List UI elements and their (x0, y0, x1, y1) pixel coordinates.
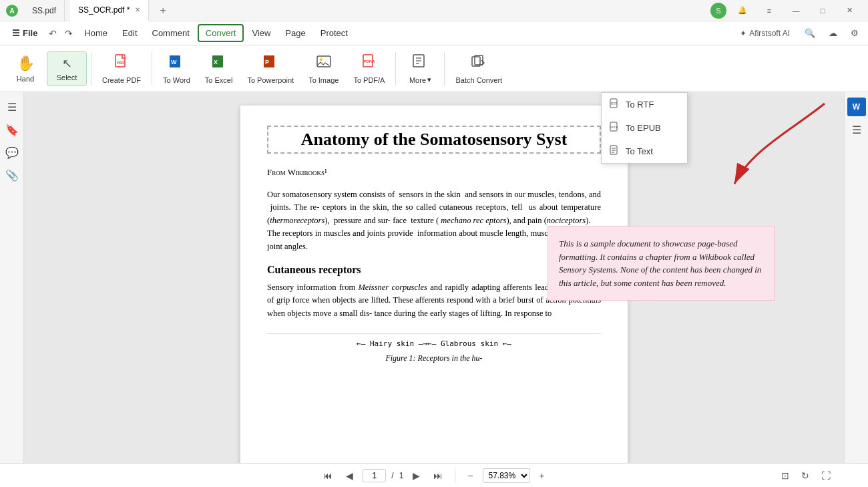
more-dropdown-arrow: ▾ (427, 75, 431, 84)
undo-redo-group: ↶ ↷ (45, 26, 76, 41)
undo-button[interactable]: ↶ (45, 26, 60, 41)
bottom-bar: ⏮ ◀ / 1 ▶ ⏭ − 57.83% 50% 75% 100% 125% 1… (0, 463, 868, 487)
to-pdf-a-icon: PDF/A (361, 53, 377, 73)
select-icon: ↖ (62, 56, 72, 71)
redo-button[interactable]: ↷ (61, 26, 76, 41)
zoom-out-button[interactable]: − (463, 468, 477, 484)
fit-page-button[interactable]: ⊡ (777, 468, 793, 484)
zoom-select[interactable]: 57.83% 50% 75% 100% 125% 150% (483, 468, 530, 483)
svg-text:A: A (9, 7, 14, 15)
menu-icon[interactable]: ≡ (758, 3, 780, 18)
notification-icon[interactable]: 🔔 (732, 3, 753, 18)
text-icon (610, 145, 620, 158)
svg-text:P: P (265, 59, 269, 65)
right-sidebar-panel-icon[interactable]: ☰ (847, 120, 866, 139)
to-powerpoint-button[interactable]: P To Powerpoint (240, 49, 300, 88)
create-pdf-icon: PDF (114, 53, 130, 73)
to-pdf-a-button[interactable]: PDF/A To PDF/A (347, 49, 391, 88)
user-avatar: S (710, 3, 726, 19)
to-word-button[interactable]: W To Word (156, 49, 197, 88)
search-button[interactable]: 🔍 (801, 25, 819, 41)
tab-ss-ocr-pdf[interactable]: SS_OCR.pdf * ✕ (70, 0, 149, 21)
batch-convert-icon (471, 53, 487, 73)
bottom-right-controls: ⊡ ↻ ⛶ (777, 468, 835, 484)
select-tool-button[interactable]: ↖ Select (47, 51, 87, 86)
menu-convert[interactable]: Convert (198, 24, 244, 42)
file-menu[interactable]: ☰ File (5, 25, 44, 41)
menu-bar: ☰ File ↶ ↷ Home Edit Comment Convert Vie… (0, 21, 868, 45)
nav-prev-button[interactable]: ◀ (342, 468, 357, 484)
toolbar-separator-3 (395, 52, 396, 86)
svg-text:PDF/A: PDF/A (364, 59, 375, 63)
menu-protect[interactable]: Protect (314, 25, 355, 41)
left-sidebar: ☰ 🔖 💬 📎 (0, 92, 24, 463)
epub-icon: EPUB (610, 122, 620, 134)
toolbar-separator-4 (444, 52, 445, 86)
dropdown-to-text[interactable]: To Text (602, 140, 687, 163)
to-excel-icon: X (211, 53, 227, 73)
more-button[interactable]: More ▾ (400, 49, 440, 88)
pdf-page: Anatomy of the Somatosensory Syst From W… (240, 106, 628, 463)
to-excel-button[interactable]: X To Excel (198, 49, 240, 88)
create-pdf-button[interactable]: PDF Create PDF (95, 49, 148, 88)
svg-point-11 (320, 58, 322, 61)
title-bar-left: A SS.pdf SS_OCR.pdf * ✕ + (5, 0, 710, 21)
nav-next-button[interactable]: ▶ (409, 468, 424, 484)
nav-first-button[interactable]: ⏮ (319, 468, 337, 484)
toolbar-separator-1 (91, 52, 91, 86)
sidebar-thumbnail-icon[interactable]: ☰ (3, 98, 21, 116)
sidebar-bookmark-icon[interactable]: 🔖 (3, 120, 21, 139)
pdf-subtitle: From Wikibooks¹ (267, 167, 601, 178)
settings-icon[interactable]: ⚙ (847, 25, 863, 41)
more-dropdown-menu: RTF To RTF EPUB To EPUB To Text (601, 92, 688, 164)
toolbar-separator-2 (152, 52, 152, 86)
menu-page[interactable]: Page (278, 25, 312, 41)
menu-comment[interactable]: Comment (146, 25, 196, 41)
toolbar: ✋ Hand ↖ Select PDF Create PDF W To Word… (0, 45, 868, 92)
app-logo: A (5, 4, 19, 17)
hand-icon: ✋ (17, 55, 35, 72)
ai-star-icon: ✦ (740, 29, 746, 38)
zoom-in-button[interactable]: + (535, 468, 549, 484)
dropdown-to-rtf[interactable]: RTF To RTF (602, 93, 687, 116)
menu-view[interactable]: View (245, 25, 277, 41)
nav-last-button[interactable]: ⏭ (429, 468, 447, 484)
svg-text:PDF: PDF (117, 61, 125, 65)
hand-tool-button[interactable]: ✋ Hand (5, 51, 45, 87)
maximize-button[interactable]: □ (812, 3, 833, 18)
main-content: Anatomy of the Somatosensory Syst From W… (24, 92, 844, 463)
page-total-count: 1 (399, 471, 404, 480)
svg-text:RTF: RTF (611, 102, 618, 106)
title-bar: A SS.pdf SS_OCR.pdf * ✕ + S 🔔 ≡ — □ ✕ (0, 0, 868, 21)
rtf-icon: RTF (610, 98, 620, 111)
dropdown-to-epub[interactable]: EPUB To EPUB (602, 116, 687, 140)
to-image-button[interactable]: To Image (302, 49, 345, 88)
pdf-figure-caption: Figure 1: Receptors in the hu- (267, 353, 601, 363)
page-input[interactable] (363, 469, 386, 482)
ai-button[interactable]: ✦ Afirstsoft AI (734, 26, 795, 41)
right-sidebar: W ☰ (844, 92, 868, 463)
bottom-sep-1 (455, 469, 455, 482)
fullscreen-button[interactable]: ⛶ (817, 468, 835, 484)
more-icon (412, 53, 428, 73)
rotate-button[interactable]: ↻ (797, 468, 813, 484)
close-button[interactable]: ✕ (839, 3, 860, 18)
menu-home[interactable]: Home (77, 25, 114, 41)
close-tab-icon[interactable]: ✕ (135, 6, 140, 13)
sidebar-comment-icon[interactable]: 💬 (3, 143, 21, 162)
tab-ss-pdf[interactable]: SS.pdf (24, 0, 65, 21)
title-bar-right: S 🔔 ≡ — □ ✕ (710, 3, 863, 19)
pdf-figure-line: ←— Hairy skin —→←— Glabrous skin ←— (267, 339, 601, 348)
minimize-button[interactable]: — (785, 3, 807, 18)
to-word-icon: W (168, 53, 184, 73)
sidebar-attachment-icon[interactable]: 📎 (3, 166, 21, 184)
menu-edit[interactable]: Edit (116, 25, 144, 41)
pdf-title: Anatomy of the Somatosensory Syst (267, 126, 601, 154)
cloud-button[interactable]: ☁ (825, 25, 841, 41)
menu-right: ✦ Afirstsoft AI 🔍 ☁ ⚙ (734, 25, 863, 41)
to-powerpoint-icon: P (262, 53, 278, 73)
right-sidebar-word-icon[interactable]: W (847, 98, 866, 116)
new-tab-button[interactable]: + (154, 5, 171, 17)
svg-text:X: X (214, 59, 218, 65)
batch-convert-button[interactable]: Batch Convert (449, 49, 509, 88)
